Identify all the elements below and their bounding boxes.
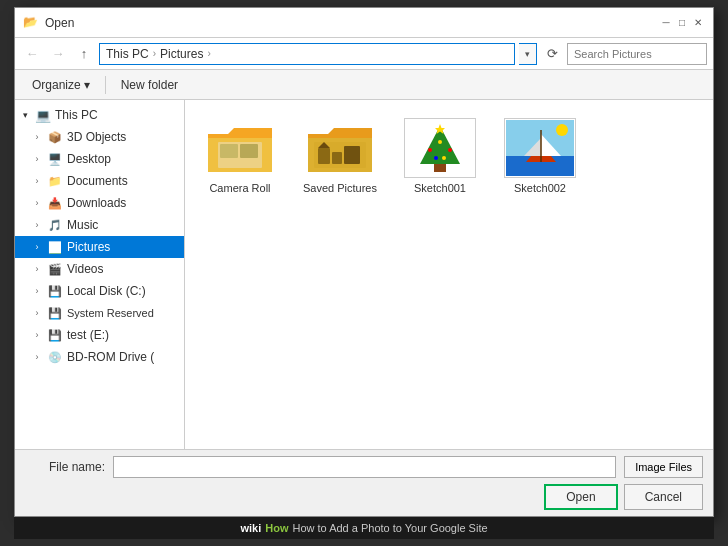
open-dialog: 📂 Open ─ □ ✕ ← → ↑ This PC › Pictures › … <box>14 7 714 517</box>
path-this-pc: This PC <box>106 47 149 61</box>
title-bar: 📂 Open ─ □ ✕ <box>15 8 713 38</box>
sidebar-item-documents[interactable]: › 📁 Documents <box>15 170 184 192</box>
open-button[interactable]: Open <box>544 484 617 510</box>
test-e-label: test (E:) <box>67 328 109 342</box>
address-dropdown[interactable]: ▾ <box>519 43 537 65</box>
camera-roll-name: Camera Roll <box>209 182 270 194</box>
expand-icon-desktop: › <box>31 153 43 165</box>
pictures-label: Pictures <box>67 240 110 254</box>
cancel-button[interactable]: Cancel <box>624 484 703 510</box>
file-item-sketch002[interactable]: Sketch002 <box>495 110 585 202</box>
minimize-button[interactable]: ─ <box>659 16 673 30</box>
title-bar-buttons: ─ □ ✕ <box>659 16 705 30</box>
sidebar-item-local-disk[interactable]: › 💾 Local Disk (C:) <box>15 280 184 302</box>
wiki-bold: wiki <box>240 522 261 534</box>
sketch002-name: Sketch002 <box>514 182 566 194</box>
wiki-how: How <box>265 522 288 534</box>
dialog-title: Open <box>45 16 653 30</box>
search-input[interactable] <box>574 48 700 60</box>
bd-rom-label: BD-ROM Drive ( <box>67 350 154 364</box>
saved-pictures-name: Saved Pictures <box>303 182 377 194</box>
expand-icon-3d: › <box>31 131 43 143</box>
this-pc-icon: 💻 <box>35 107 51 123</box>
new-folder-button[interactable]: New folder <box>112 74 187 96</box>
sidebar-item-bd-rom[interactable]: › 💿 BD-ROM Drive ( <box>15 346 184 368</box>
toolbar: Organize ▾ New folder <box>15 70 713 100</box>
system-reserved-label: System Reserved <box>67 307 154 319</box>
close-button[interactable]: ✕ <box>691 16 705 30</box>
svg-rect-4 <box>318 148 330 164</box>
organize-arrow: ▾ <box>84 78 90 92</box>
address-path[interactable]: This PC › Pictures › <box>99 43 515 65</box>
system-reserved-icon: 💾 <box>47 305 63 321</box>
documents-label: Documents <box>67 174 128 188</box>
up-button[interactable]: ↑ <box>73 43 95 65</box>
svg-point-14 <box>448 148 452 152</box>
bottom-bar: File name: Image Files Open Cancel <box>15 449 713 516</box>
desktop-label: Desktop <box>67 152 111 166</box>
sidebar-item-this-pc[interactable]: ▾ 💻 This PC <box>15 104 184 126</box>
back-button[interactable]: ← <box>21 43 43 65</box>
sidebar-item-downloads[interactable]: › 📥 Downloads <box>15 192 184 214</box>
svg-point-15 <box>434 156 438 160</box>
3d-objects-label: 3D Objects <box>67 130 126 144</box>
svg-point-13 <box>438 140 442 144</box>
sketch002-thumbnail <box>504 118 576 178</box>
file-area: Camera Roll Saved Pictu <box>185 100 713 449</box>
search-box[interactable] <box>567 43 707 65</box>
folder-icon-camera-roll <box>204 118 276 178</box>
filename-row: File name: Image Files <box>25 456 703 478</box>
toolbar-separator <box>105 76 106 94</box>
videos-icon: 🎬 <box>47 261 63 277</box>
sidebar-item-test-e[interactable]: › 💾 test (E:) <box>15 324 184 346</box>
videos-label: Videos <box>67 262 103 276</box>
expand-icon-test: › <box>31 329 43 341</box>
watermark-text: How to Add a Photo to Your Google Site <box>292 522 487 534</box>
folder-icon-saved-pictures <box>304 118 376 178</box>
sidebar-item-pictures[interactable]: › 🖼️ Pictures <box>15 236 184 258</box>
music-label: Music <box>67 218 98 232</box>
sidebar-item-videos[interactable]: › 🎬 Videos <box>15 258 184 280</box>
expand-icon-videos: › <box>31 263 43 275</box>
pictures-icon: 🖼️ <box>47 239 63 255</box>
3d-objects-icon: 📦 <box>47 129 63 145</box>
content-area: ▾ 💻 This PC › 📦 3D Objects › 🖥️ D <box>15 100 713 449</box>
expand-icon-sysres: › <box>31 307 43 319</box>
forward-button[interactable]: → <box>47 43 69 65</box>
svg-point-12 <box>428 148 432 152</box>
svg-rect-6 <box>344 146 360 164</box>
expand-icon-this-pc: ▾ <box>19 109 31 121</box>
downloads-label: Downloads <box>67 196 126 210</box>
svg-rect-1 <box>220 144 238 158</box>
sketch001-thumbnail <box>404 118 476 178</box>
this-pc-label: This PC <box>55 108 98 122</box>
downloads-icon: 📥 <box>47 195 63 211</box>
bd-rom-icon: 💿 <box>47 349 63 365</box>
filename-input[interactable] <box>113 456 616 478</box>
refresh-button[interactable]: ⟳ <box>541 43 563 65</box>
expand-icon-bd: › <box>31 351 43 363</box>
local-disk-label: Local Disk (C:) <box>67 284 146 298</box>
organize-label: Organize <box>32 78 81 92</box>
organize-button[interactable]: Organize ▾ <box>23 74 99 96</box>
dialog-icon: 📂 <box>23 15 39 31</box>
sidebar-item-music[interactable]: › 🎵 Music <box>15 214 184 236</box>
expand-icon-pictures: › <box>31 241 43 253</box>
expand-icon-local: › <box>31 285 43 297</box>
filename-label: File name: <box>25 460 105 474</box>
svg-point-16 <box>442 156 446 160</box>
sidebar-item-3d-objects[interactable]: › 📦 3D Objects <box>15 126 184 148</box>
path-arrow-1: › <box>153 48 156 59</box>
svg-rect-5 <box>332 152 342 164</box>
sketch001-name: Sketch001 <box>414 182 466 194</box>
maximize-button[interactable]: □ <box>675 16 689 30</box>
filetype-button[interactable]: Image Files <box>624 456 703 478</box>
sidebar-item-system-reserved[interactable]: › 💾 System Reserved <box>15 302 184 324</box>
file-item-sketch001[interactable]: Sketch001 <box>395 110 485 202</box>
file-item-camera-roll[interactable]: Camera Roll <box>195 110 285 202</box>
file-item-saved-pictures[interactable]: Saved Pictures <box>295 110 385 202</box>
new-folder-label: New folder <box>121 78 178 92</box>
sketch001-svg <box>406 120 474 176</box>
sidebar-item-desktop[interactable]: › 🖥️ Desktop <box>15 148 184 170</box>
desktop-icon: 🖥️ <box>47 151 63 167</box>
